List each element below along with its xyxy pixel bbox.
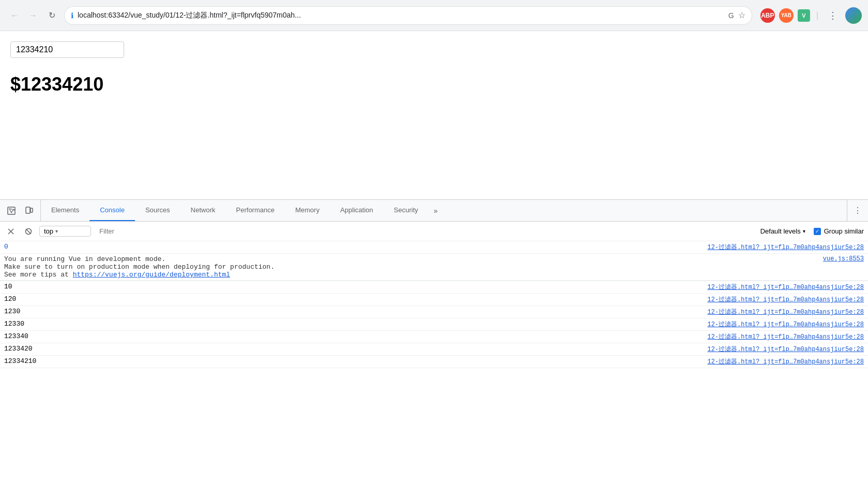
console-source-link[interactable]: vue.js:8553	[823, 255, 864, 263]
page-content: $12334210	[0, 31, 868, 199]
back-button[interactable]: ←	[6, 7, 23, 24]
devtools-menu-button[interactable]: ⋮	[847, 200, 868, 221]
console-row: 12334210 12-过滤器.html?_ijt=flp…7m0ahp4ans…	[0, 356, 868, 368]
console-source-link[interactable]: 12-过滤器.html?_ijt=flp…7m0ahp4ansjiur5e:28	[708, 357, 864, 366]
inspect-element-button[interactable]	[4, 203, 19, 218]
levels-arrow: ▾	[803, 228, 805, 234]
abp-extension[interactable]: ABP	[760, 8, 775, 23]
yab-extension[interactable]: YAB	[779, 8, 794, 23]
console-value: 1230	[4, 308, 708, 315]
levels-label: Default levels	[760, 227, 801, 235]
nav-buttons: ← → ↻	[6, 7, 60, 24]
tab-performance[interactable]: Performance	[226, 200, 285, 221]
console-source-link[interactable]: 12-过滤器.html?_ijt=flp…7m0ahp4ansjiur5e:28	[708, 295, 864, 304]
translate-icon[interactable]: G	[728, 11, 734, 20]
tab-network[interactable]: Network	[181, 200, 226, 221]
devtools-panel: Elements Console Sources Network Perform…	[0, 199, 868, 495]
console-row: 10 12-过滤器.html?_ijt=flp…7m0ahp4ansjiur5e…	[0, 281, 868, 294]
clear-console-button[interactable]	[4, 225, 18, 238]
refresh-button[interactable]: ↻	[43, 7, 60, 24]
more-tabs-button[interactable]: »	[428, 200, 443, 221]
console-row: 120 12-过滤器.html?_ijt=flp…7m0ahp4ansjiur5…	[0, 294, 868, 306]
console-row: 0 12-过滤器.html?_ijt=flp…7m0ahp4ansjiur5e:…	[0, 241, 868, 254]
console-value: 1233420	[4, 345, 708, 353]
console-toolbar: top ▾ Default levels ▾ ✓ Group similar	[0, 222, 868, 241]
console-row: 1233420 12-过滤器.html?_ijt=flp…7m0ahp4ansj…	[0, 343, 868, 356]
console-output: 0 12-过滤器.html?_ijt=flp…7m0ahp4ansjiur5e:…	[0, 241, 868, 495]
tab-elements[interactable]: Elements	[41, 200, 89, 221]
tab-application[interactable]: Application	[330, 200, 384, 221]
console-source-link[interactable]: 12-过滤器.html?_ijt=flp…7m0ahp4ansjiur5e:28	[708, 243, 864, 252]
security-icon: ℹ	[71, 11, 73, 20]
group-similar-checkbox[interactable]: ✓ Group similar	[814, 227, 864, 235]
console-source-link[interactable]: 12-过滤器.html?_ijt=flp…7m0ahp4ansjiur5e:28	[708, 345, 864, 354]
console-value: 12330	[4, 320, 708, 328]
console-row: 123340 12-过滤器.html?_ijt=flp…7m0ahp4ansji…	[0, 331, 868, 343]
console-source-link[interactable]: 12-过滤器.html?_ijt=flp…7m0ahp4ansjiur5e:28	[708, 308, 864, 316]
svg-rect-1	[26, 207, 30, 213]
svg-line-4	[26, 229, 31, 234]
tab-console[interactable]: Console	[89, 200, 135, 221]
formatted-display: $12334210	[10, 74, 858, 95]
console-value: 0	[4, 243, 708, 251]
console-value: 10	[4, 283, 708, 290]
context-arrow: ▾	[55, 228, 58, 234]
amount-input[interactable]	[10, 41, 124, 58]
console-source-link[interactable]: 12-过滤器.html?_ijt=flp…7m0ahp4ansjiur5e:28	[708, 283, 864, 292]
devtools-tabs: Elements Console Sources Network Perform…	[41, 200, 847, 221]
console-source-link[interactable]: 12-过滤器.html?_ijt=flp…7m0ahp4ansjiur5e:28	[708, 332, 864, 341]
bookmark-icon[interactable]: ☆	[738, 10, 745, 20]
console-value: 12334210	[4, 357, 708, 365]
vue-deployment-link[interactable]: https://vuejs.org/guide/deployment.html	[73, 271, 230, 279]
group-similar-label: Group similar	[824, 227, 864, 235]
more-button[interactable]: ⋮	[825, 7, 841, 24]
vue-extension[interactable]: V	[798, 9, 810, 22]
tab-memory[interactable]: Memory	[285, 200, 330, 221]
profile-avatar[interactable]	[845, 7, 862, 24]
tab-security[interactable]: Security	[383, 200, 428, 221]
browser-chrome: ← → ↻ ℹ localhost:63342/vue_study/01/12-…	[0, 0, 868, 31]
devtools-icons	[0, 200, 41, 221]
console-row: 12330 12-过滤器.html?_ijt=flp…7m0ahp4ansjiu…	[0, 318, 868, 331]
console-value: 120	[4, 295, 708, 303]
levels-selector[interactable]: Default levels ▾	[756, 226, 810, 236]
devtools-toolbar: Elements Console Sources Network Perform…	[0, 200, 868, 222]
forward-button[interactable]: →	[25, 7, 41, 24]
context-selector[interactable]: top ▾	[39, 226, 91, 237]
checkbox-checked-icon: ✓	[814, 228, 821, 235]
block-requests-button[interactable]	[22, 225, 35, 238]
console-value: 123340	[4, 332, 708, 340]
context-label: top	[44, 227, 53, 235]
console-source-link[interactable]: 12-过滤器.html?_ijt=flp…7m0ahp4ansjiur5e:28	[708, 320, 864, 329]
tab-sources[interactable]: Sources	[135, 200, 181, 221]
console-row: 1230 12-过滤器.html?_ijt=flp…7m0ahp4ansjiur…	[0, 306, 868, 318]
console-value: You are running Vue in development mode.…	[4, 255, 823, 279]
url-text: localhost:63342/vue_study/01/12-过滤器.html…	[78, 11, 724, 20]
browser-actions: ABP YAB V | ⋮	[760, 7, 862, 24]
address-bar[interactable]: ℹ localhost:63342/vue_study/01/12-过滤器.ht…	[64, 6, 752, 25]
console-filter-input[interactable]	[95, 226, 752, 236]
separator: |	[816, 11, 818, 20]
svg-rect-2	[31, 208, 33, 212]
device-toolbar-button[interactable]	[22, 203, 36, 218]
console-row: You are running Vue in development mode.…	[0, 254, 868, 281]
